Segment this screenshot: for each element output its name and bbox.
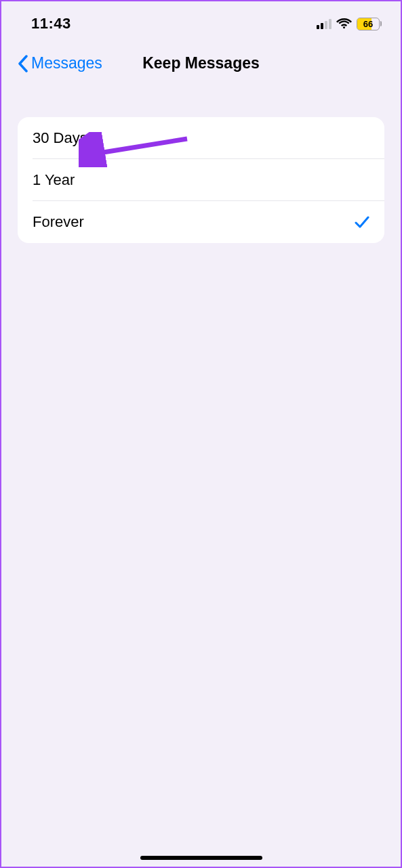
page-title: Keep Messages <box>142 54 260 72</box>
checkmark-icon <box>355 215 369 230</box>
battery-level: 66 <box>357 19 379 29</box>
option-label: 1 Year <box>33 171 75 189</box>
option-forever[interactable]: Forever <box>18 201 384 243</box>
chevron-left-icon <box>18 55 30 72</box>
status-bar: 11:43 66 <box>1 1 401 41</box>
cellular-signal-icon <box>317 18 331 29</box>
option-1-year[interactable]: 1 Year <box>18 159 384 201</box>
back-button[interactable]: Messages <box>18 54 102 72</box>
wifi-icon <box>336 18 352 30</box>
status-indicators: 66 <box>317 18 382 30</box>
options-list: 30 Days 1 Year Forever <box>18 117 384 243</box>
navigation-bar: Messages Keep Messages <box>1 41 401 89</box>
option-label: 30 Days <box>33 129 87 147</box>
back-label: Messages <box>31 54 102 72</box>
battery-icon: 66 <box>357 18 382 30</box>
option-label: Forever <box>33 213 84 231</box>
option-30-days[interactable]: 30 Days <box>18 117 384 159</box>
home-indicator[interactable] <box>140 856 262 860</box>
status-time: 11:43 <box>31 15 71 32</box>
content-area: 30 Days 1 Year Forever <box>1 89 401 243</box>
